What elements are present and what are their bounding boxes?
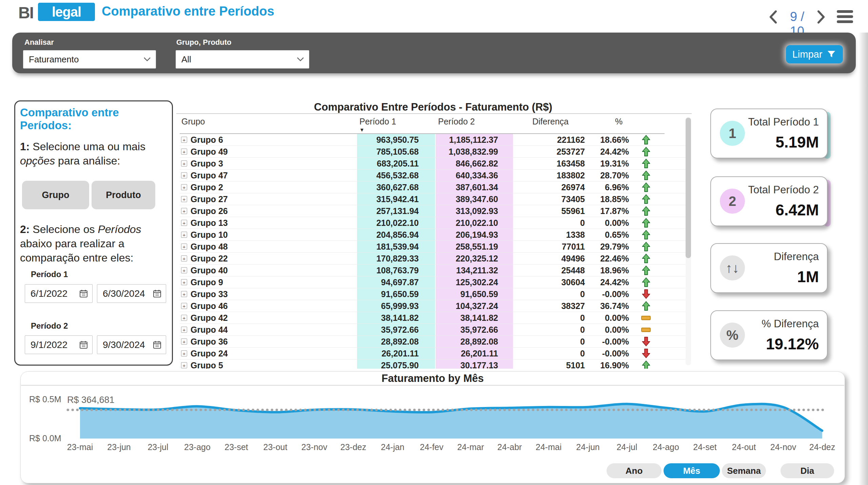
trend-icon xyxy=(632,265,659,276)
cell-periodo1: 170,829.33 xyxy=(357,253,435,264)
expand-row-icon[interactable]: + xyxy=(181,208,187,214)
cell-grupo: Grupo 22 xyxy=(191,253,353,264)
periodo2-end-input[interactable]: 9/30/2024 xyxy=(97,335,166,354)
cell-periodo1: 91,650.59 xyxy=(357,288,435,300)
cell-grupo: Grupo 40 xyxy=(191,265,353,276)
periodo1-end-value: 6/30/2024 xyxy=(97,288,153,299)
limpar-button[interactable]: Limpar xyxy=(786,45,843,63)
prev-page-icon[interactable] xyxy=(768,10,778,24)
step2-text-b: abaixo para realizar a comparação entre … xyxy=(20,237,133,264)
table-row[interactable]: + Grupo 48 181,539.94 258,551.19 77011 2… xyxy=(180,241,687,253)
column-header-diferenca[interactable]: Diferença xyxy=(532,117,569,127)
produto-option-button[interactable]: Produto xyxy=(92,181,155,209)
expand-row-icon[interactable]: + xyxy=(181,267,187,273)
cell-percent: -0.00% xyxy=(585,288,629,300)
table-row[interactable]: + Grupo 26 257,131.94 313,092.93 55961 1… xyxy=(180,205,687,217)
expand-row-icon[interactable]: + xyxy=(181,255,187,261)
cell-percent: 0.00% xyxy=(585,312,629,324)
x-axis-tick: 24-abr xyxy=(489,442,530,452)
x-axis-tick: 24-out xyxy=(724,442,764,452)
expand-row-icon[interactable]: + xyxy=(181,149,187,155)
column-header-grupo[interactable]: Grupo xyxy=(181,117,205,127)
time-button-ano[interactable]: Ano xyxy=(607,463,662,478)
table-row[interactable]: + Grupo 2 360,627.68 387,601.34 26974 6.… xyxy=(180,181,687,193)
table-row[interactable]: + Grupo 49 785,105.68 1,038,832.99 25372… xyxy=(180,146,687,158)
dashboard-page: BI legal Comparativo entre Períodos 9 / … xyxy=(0,0,868,485)
cell-percent: 29.79% xyxy=(585,241,629,252)
time-button-mês[interactable]: Mês xyxy=(664,463,720,478)
cell-percent: 0.00% xyxy=(585,324,629,335)
cell-diferenca: 73405 xyxy=(513,193,585,205)
kpi-card: ↑↓ Diferença 1M xyxy=(710,243,828,293)
trend-icon xyxy=(632,360,659,369)
expand-row-icon[interactable]: + xyxy=(181,315,187,321)
table-row[interactable]: + Grupo 5 25,075.90 30,177.13 5101 16.90… xyxy=(180,360,687,369)
cell-grupo: Grupo 46 xyxy=(191,300,353,312)
expand-row-icon[interactable]: + xyxy=(181,184,187,190)
table-row[interactable]: + Grupo 46 65,999.93 104,327.24 38327 36… xyxy=(180,300,687,312)
expand-row-icon[interactable]: + xyxy=(181,172,187,178)
table-row[interactable]: + Grupo 22 170,829.33 220,325.12 49496 2… xyxy=(180,253,687,265)
table-row[interactable]: + Grupo 10 204,856.94 206,194.93 1338 0.… xyxy=(180,229,687,241)
column-header-pct[interactable]: % xyxy=(597,117,641,127)
cell-periodo2: 91,650.59 xyxy=(436,288,513,300)
next-page-icon[interactable] xyxy=(816,10,826,24)
table-row[interactable]: + Grupo 47 456,532.68 640,334.36 183802 … xyxy=(180,170,687,181)
table-row[interactable]: + Grupo 27 315,942.41 389,347.60 73405 1… xyxy=(180,193,687,205)
cell-periodo1: 210,022.10 xyxy=(357,217,435,229)
table-row[interactable]: + Grupo 42 38,141.82 38,141.82 0 0.00% xyxy=(180,312,687,324)
analisar-dropdown[interactable]: Faturamento xyxy=(23,50,156,69)
periodo1-start-input[interactable]: 6/1/2022 xyxy=(25,284,93,303)
arrow-up-icon xyxy=(642,194,650,204)
column-header-periodo2[interactable]: Período 2 xyxy=(438,117,475,127)
x-axis-tick: 24-ago xyxy=(646,442,686,452)
table-row[interactable]: + Grupo 9 94,697.87 125,302.24 30604 24.… xyxy=(180,276,687,288)
periodo1-end-input[interactable]: 6/30/2024 xyxy=(97,284,166,303)
periodo2-start-input[interactable]: 9/1/2022 xyxy=(25,335,93,354)
grupo-produto-label: Grupo, Produto xyxy=(176,38,232,47)
grupo-produto-dropdown[interactable]: All xyxy=(176,50,309,69)
expand-row-icon[interactable]: + xyxy=(181,196,187,202)
table-row[interactable]: + Grupo 6 963,950.75 1,185,112.37 221162… xyxy=(180,134,687,146)
arrow-up-icon xyxy=(642,135,650,145)
cell-grupo: Grupo 42 xyxy=(191,312,353,324)
expand-row-icon[interactable]: + xyxy=(181,303,187,309)
expand-row-icon[interactable]: + xyxy=(181,327,187,333)
grupo-option-button[interactable]: Grupo xyxy=(22,181,89,209)
periodo2-label: Período 2 xyxy=(31,321,68,331)
table-row[interactable]: + Grupo 33 91,650.59 91,650.59 0 -0.00% xyxy=(180,288,687,300)
cell-grupo: Grupo 26 xyxy=(191,205,353,217)
cell-grupo: Grupo 3 xyxy=(191,158,353,169)
cell-diferenca: 55961 xyxy=(513,205,585,217)
expand-row-icon[interactable]: + xyxy=(181,279,187,285)
expand-row-icon[interactable]: + xyxy=(181,338,187,345)
expand-row-icon[interactable]: + xyxy=(181,137,187,143)
expand-row-icon[interactable]: + xyxy=(181,291,187,297)
table-row[interactable]: + Grupo 40 108,763.79 134,211.32 25448 1… xyxy=(180,265,687,276)
column-header-periodo1[interactable]: Período 1 xyxy=(359,117,396,127)
cell-grupo: Grupo 27 xyxy=(191,193,353,205)
time-button-dia[interactable]: Dia xyxy=(781,463,834,478)
x-axis-tick: 23-set xyxy=(216,442,257,452)
expand-row-icon[interactable]: + xyxy=(181,220,187,226)
expand-row-icon[interactable]: + xyxy=(181,160,187,167)
periodo1-start-value: 6/1/2022 xyxy=(25,288,79,299)
table-row[interactable]: + Grupo 36 28,892.08 28,892.08 0 -0.00% xyxy=(180,336,687,348)
expand-row-icon[interactable]: + xyxy=(181,244,187,250)
time-button-semana[interactable]: Semana xyxy=(722,463,766,478)
calendar-icon xyxy=(153,340,162,349)
kpi-value: 1M xyxy=(797,268,819,286)
cell-diferenca: 183802 xyxy=(513,170,585,181)
table-row[interactable]: + Grupo 24 26,201.11 26,201.11 0 -0.00% xyxy=(180,348,687,360)
expand-row-icon[interactable]: + xyxy=(181,362,187,368)
expand-row-icon[interactable]: + xyxy=(181,350,187,356)
cell-periodo2: 28,892.08 xyxy=(436,336,513,347)
expand-row-icon[interactable]: + xyxy=(181,232,187,238)
table-row[interactable]: + Grupo 3 683,205.11 846,662.82 163458 1… xyxy=(180,158,687,170)
menu-icon[interactable] xyxy=(837,10,853,23)
cell-percent: 18.96% xyxy=(585,265,629,276)
sort-descending-icon[interactable]: ▼ xyxy=(359,127,364,133)
table-row[interactable]: + Grupo 13 210,022.10 210,022.10 0 0.00% xyxy=(180,217,687,229)
table-row[interactable]: + Grupo 44 35,972.66 35,972.66 0 0.00% xyxy=(180,324,687,336)
table-scrollbar-thumb[interactable] xyxy=(686,118,691,258)
